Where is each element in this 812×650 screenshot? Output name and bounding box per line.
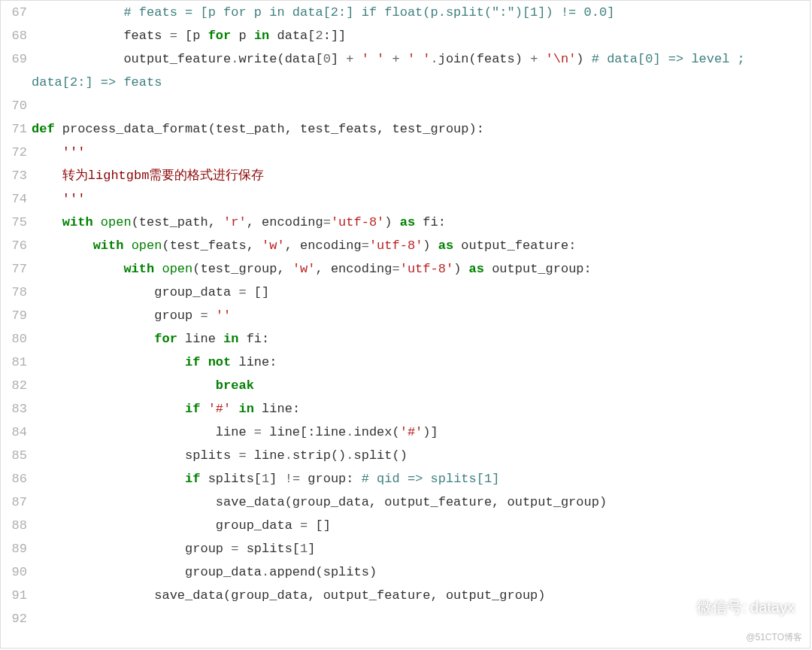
code-line[interactable]: 92 [5,607,810,630]
code-body[interactable]: 67 # feats = [p for p in data[2:] if flo… [5,1,810,630]
line-number: 69 [5,47,27,71]
code-line[interactable]: 75 with open(test_path, 'r', encoding='u… [5,211,810,234]
line-number: 67 [5,1,27,24]
line-number: 92 [5,607,27,630]
code-line[interactable]: 67 # feats = [p for p in data[2:] if flo… [5,1,810,24]
line-number: 82 [5,374,27,397]
code-line[interactable]: 87 save_data(group_data, output_feature,… [5,491,810,514]
code-line[interactable]: 74 ''' [5,187,810,211]
code-line[interactable]: 84 line = line[:line.index('#')] [5,421,810,444]
code-block: 67 # feats = [p for p in data[2:] if flo… [0,0,810,648]
code-line[interactable]: 86 if splits[1] != group: # qid => split… [5,467,810,491]
code-line[interactable]: 83 if '#' in line: [5,397,810,421]
code-line[interactable]: 90 group_data.append(splits) [5,560,810,584]
line-number: 80 [5,327,27,351]
footer-attribution: @51CTO博客 [746,631,802,644]
line-number: 86 [5,467,27,491]
line-number: 74 [5,187,27,211]
line-number: 85 [5,444,27,467]
code-line[interactable]: 91 save_data(group_data, output_feature,… [5,584,810,607]
line-number: 88 [5,514,27,537]
line-number: 83 [5,397,27,421]
code-line[interactable]: 76 with open(test_feats, 'w', encoding='… [5,234,810,257]
code-line[interactable]: 89 group = splits[1] [5,537,810,560]
code-line[interactable]: 82 break [5,374,810,397]
line-number: 81 [5,351,27,374]
line-number: 77 [5,257,27,281]
code-line[interactable]: 80 for line in fi: [5,327,810,351]
line-number: 84 [5,421,27,444]
code-line[interactable]: 73 转为lightgbm需要的格式进行保存 [5,164,810,187]
code-line[interactable]: 85 splits = line.strip().split() [5,444,810,467]
code-line[interactable]: 81 if not line: [5,351,810,374]
line-number: 90 [5,560,27,584]
code-line[interactable]: 88 group_data = [] [5,514,810,537]
line-number: 68 [5,24,27,47]
line-number: 78 [5,281,27,304]
line-number: 87 [5,491,27,514]
code-line[interactable]: 71def process_data_format(test_path, tes… [5,117,810,141]
line-number: 70 [5,94,27,117]
line-number: 91 [5,584,27,607]
code-line[interactable]: 77 with open(test_group, 'w', encoding='… [5,257,810,281]
line-number: 89 [5,537,27,560]
code-line-wrap[interactable]: data[2:] => feats [5,71,810,94]
code-line[interactable]: 79 group = '' [5,304,810,327]
code-line[interactable]: 68 feats = [p for p in data[2:]] [5,24,810,47]
line-number: 71 [5,117,27,141]
line-number: 72 [5,141,27,164]
line-number: 73 [5,164,27,187]
line-number: 79 [5,304,27,327]
code-line[interactable]: 69 output_feature.write(data[0] + ' ' + … [5,47,810,71]
line-number: 76 [5,234,27,257]
code-line[interactable]: 78 group_data = [] [5,281,810,304]
code-line[interactable]: 70 [5,94,810,117]
line-number: 75 [5,211,27,234]
code-line[interactable]: 72 ''' [5,141,810,164]
